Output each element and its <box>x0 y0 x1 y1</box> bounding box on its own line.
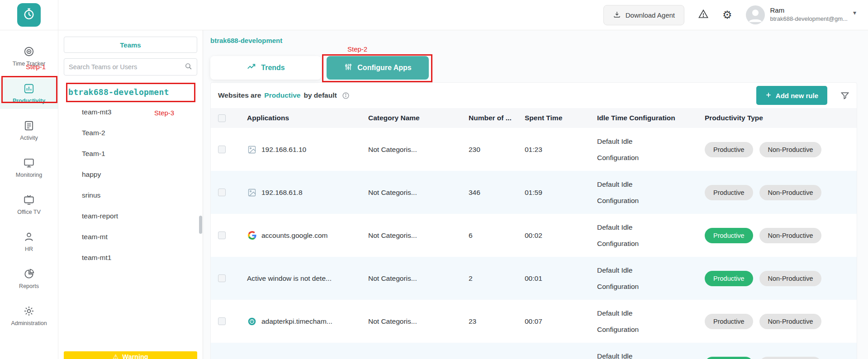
sidebar-item-label: Monitoring <box>16 172 42 179</box>
team-item[interactable]: team-mt1 <box>64 247 197 268</box>
productive-pill[interactable]: Productive <box>705 142 753 157</box>
team-item[interactable]: team-mt3 <box>64 102 197 123</box>
logo-cell <box>0 0 58 30</box>
user-name: Ram <box>770 6 848 14</box>
broken-image-icon <box>247 145 257 154</box>
download-agent-label: Download Agent <box>626 11 675 19</box>
tab-trends[interactable]: Trends <box>210 56 321 80</box>
administration-gear-icon <box>23 305 35 317</box>
row-checkbox[interactable] <box>218 274 226 282</box>
non-productive-pill[interactable]: Non-Productive <box>759 357 822 359</box>
team-list: team-mt3 Team-2 Team-1 happy srinus team… <box>64 102 197 268</box>
team-item[interactable]: team-mt <box>64 227 197 247</box>
team-item[interactable]: happy <box>64 164 197 185</box>
info-icon[interactable] <box>342 92 350 99</box>
table-header: Applications Category Name Number of ...… <box>211 108 857 128</box>
sidebar-item-label: Office TV <box>17 209 41 216</box>
tab-configure-apps[interactable]: Configure Apps <box>327 56 429 80</box>
sidebar-item-time-tracker[interactable]: Time Tracker <box>0 41 58 72</box>
idle-line-1: Default Idle <box>597 219 705 236</box>
non-productive-pill[interactable]: Non-Productive <box>759 185 822 200</box>
non-productive-pill[interactable]: Non-Productive <box>759 228 822 243</box>
non-productive-pill[interactable]: Non-Productive <box>759 314 822 329</box>
sidebar-item-office-tv[interactable]: Office TV <box>0 189 58 220</box>
trends-icon <box>247 62 256 74</box>
idle-time-configuration[interactable]: Default Idle Configuration <box>597 176 705 209</box>
select-all-checkbox[interactable] <box>218 114 226 122</box>
spent-time: 00:07 <box>525 317 597 326</box>
table-row: 192.168.61.10 Not Categoris... 230 01:23… <box>211 128 857 171</box>
tabs-row: Trends Configure Apps <box>210 56 857 80</box>
productive-pill[interactable]: Productive <box>705 314 753 329</box>
tab-configure-apps-label: Configure Apps <box>357 64 411 72</box>
sidebar-item-reports[interactable]: Reports <box>0 264 58 294</box>
sidebar-item-administration[interactable]: Administration <box>0 301 58 331</box>
search-icon[interactable] <box>185 62 192 72</box>
sidebar-item-label: HR <box>25 246 33 253</box>
productive-pill[interactable]: Productive <box>705 357 753 359</box>
note-prefix: Websites are <box>218 91 261 99</box>
download-agent-button[interactable]: Download Agent <box>603 5 684 25</box>
non-productive-pill[interactable]: Non-Productive <box>759 271 822 286</box>
productive-pill[interactable]: Productive <box>705 185 753 200</box>
row-checkbox[interactable] <box>218 189 226 196</box>
team-search-input[interactable] <box>69 63 181 71</box>
application-name: 192.168.61.8 <box>261 189 303 197</box>
settings-gear-icon[interactable]: ⚙ <box>722 9 732 20</box>
application-name: accounts.google.com <box>261 231 327 240</box>
row-checkbox[interactable] <box>218 317 226 325</box>
idle-time-configuration[interactable]: Default Idle Configuration <box>597 219 705 252</box>
table-row: adapterkpi.timecham... Not Categoris... … <box>211 300 857 343</box>
user-meta: Ram btrak688-development@gm... <box>770 5 848 22</box>
table-row: Active window is not dete... Not Categor… <box>211 257 857 300</box>
spent-time: 01:59 <box>525 189 597 197</box>
application-name: Active window is not dete... <box>247 274 332 283</box>
note-suffix: by default <box>304 91 337 99</box>
warning-banner[interactable]: ⚠ Warning <box>64 351 197 359</box>
selected-team[interactable]: btrak688-development <box>64 82 197 102</box>
sidebar-item-hr[interactable]: HR <box>0 227 58 257</box>
add-new-rule-button[interactable]: Add new rule <box>756 86 827 105</box>
team-item[interactable]: team-report <box>64 206 197 227</box>
chevron-down-icon[interactable]: ▾ <box>853 5 856 16</box>
idle-time-configuration[interactable]: Default Idle Configuration <box>597 305 705 338</box>
page-title: btrak688-development <box>210 37 857 44</box>
col-category-name: Category Name <box>368 114 469 122</box>
office-tv-icon <box>23 194 35 206</box>
non-productive-pill[interactable]: Non-Productive <box>759 142 822 157</box>
idle-line-1: Default Idle <box>597 176 705 193</box>
idle-time-configuration[interactable]: Default Idle Configuration <box>597 348 705 359</box>
team-item[interactable]: srinus <box>64 185 197 206</box>
alerts-warning-icon[interactable] <box>698 9 709 21</box>
idle-line-1: Default Idle <box>597 305 705 321</box>
col-spent-time: Spent Time <box>525 114 597 122</box>
row-checkbox[interactable] <box>218 146 226 153</box>
avatar <box>746 5 765 24</box>
idle-time-configuration[interactable]: Default Idle Configuration <box>597 262 705 295</box>
team-item[interactable]: Team-1 <box>64 143 197 164</box>
teams-scrollbar-thumb[interactable] <box>199 216 202 234</box>
idle-time-configuration[interactable]: Default Idle Configuration <box>597 133 705 166</box>
row-checkbox[interactable] <box>218 231 226 239</box>
reports-pie-icon <box>23 268 35 280</box>
teams-panel-title[interactable]: Teams <box>64 37 197 53</box>
app-logo[interactable] <box>17 3 41 27</box>
sidebar-item-monitoring[interactable]: Monitoring <box>0 152 58 183</box>
productive-pill[interactable]: Productive <box>705 271 753 286</box>
user-menu[interactable]: Ram btrak688-development@gm... ▾ <box>746 5 856 24</box>
sidebar-item-label: Administration <box>11 320 47 327</box>
sidebar-item-activity[interactable]: Activity <box>0 115 58 146</box>
filter-funnel-icon[interactable] <box>840 91 849 100</box>
default-rule-note: Websites are Productive by default Add n… <box>211 83 857 108</box>
sidebar-item-productivity[interactable]: Productivity <box>0 78 58 109</box>
productive-pill[interactable]: Productive <box>705 228 753 243</box>
table-row: Default Idle Configuration Productive No… <box>211 343 857 359</box>
sliders-icon <box>344 62 353 73</box>
table-row: accounts.google.com Not Categoris... 6 0… <box>211 214 857 257</box>
idle-line-2: Configuration <box>597 279 705 295</box>
hit-count: 23 <box>469 317 525 326</box>
spent-time: 01:23 <box>525 146 597 154</box>
configure-apps-card: Websites are Productive by default Add n… <box>210 82 857 359</box>
team-item[interactable]: Team-2 <box>64 123 197 143</box>
main-content: btrak688-development Trends Configure <box>203 30 868 359</box>
